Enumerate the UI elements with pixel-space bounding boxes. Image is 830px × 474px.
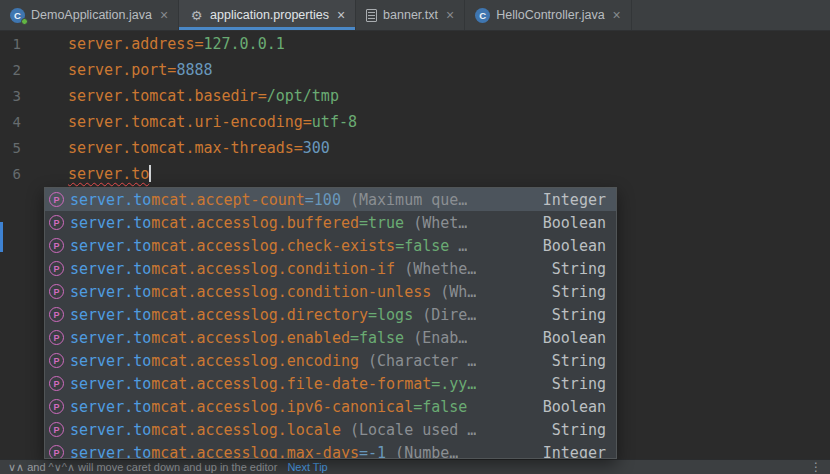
completion-type: String — [544, 260, 606, 278]
completion-type: String — [544, 375, 606, 393]
completion-key-rest: mcat.accesslog.max-days — [151, 444, 359, 460]
property-icon: P — [49, 238, 64, 253]
line-number: 4 — [0, 109, 33, 135]
completion-matched-prefix: server.to — [70, 375, 151, 393]
completion-key-rest: mcat.accesslog.encoding — [151, 352, 359, 370]
completion-key-rest: mcat.accesslog.directory — [151, 306, 368, 324]
completion-text: server.tomcat.accesslog.condition-unless… — [70, 283, 476, 301]
property-icon: P — [49, 215, 64, 230]
property-icon: P — [49, 445, 64, 459]
code-line[interactable]: 5server.tomcat.max-threads=300 — [0, 135, 830, 161]
completion-item[interactable]: Pserver.tomcat.accesslog.encoding (Chara… — [45, 349, 616, 372]
completion-key-rest: mcat.accesslog.condition-unless — [151, 283, 431, 301]
completion-description: (Numbe… — [386, 444, 458, 460]
completion-key-rest: mcat.accesslog.enabled — [151, 329, 350, 347]
completion-matched-prefix: server.to — [70, 283, 151, 301]
property-icon: P — [49, 353, 64, 368]
completion-default-value: =.yy… — [431, 375, 476, 393]
completion-matched-prefix: server.to — [70, 329, 151, 347]
property-key: server.tomcat.basedir= — [68, 87, 267, 105]
property-key: server.tomcat.max-threads= — [68, 139, 303, 157]
completion-default-value: =true — [359, 214, 404, 232]
line-number: 2 — [0, 57, 33, 83]
completion-item[interactable]: Pserver.tomcat.accept-count=100 (Maximum… — [45, 188, 616, 211]
completion-item[interactable]: Pserver.tomcat.accesslog.condition-if (W… — [45, 257, 616, 280]
completion-default-value: =-1 — [359, 444, 386, 460]
property-value: 300 — [303, 139, 330, 157]
line-content: server.to — [68, 161, 151, 187]
ide-window: CDemoApplication.java×⚙application.prope… — [0, 0, 830, 474]
code-line[interactable]: 1server.address=127.0.0.1 — [0, 31, 830, 57]
completion-default-value: =false — [413, 398, 467, 416]
text-file-icon — [366, 9, 377, 22]
line-number: 6 — [0, 161, 33, 187]
tab-close-icon[interactable]: × — [337, 8, 345, 22]
properties-file-icon: ⚙ — [189, 8, 204, 23]
property-key: server.to — [68, 165, 149, 183]
property-key: server.address= — [68, 35, 203, 53]
completion-matched-prefix: server.to — [70, 444, 151, 460]
tab-banner-txt[interactable]: banner.txt× — [356, 0, 465, 30]
completion-matched-prefix: server.to — [70, 306, 151, 324]
code-line[interactable]: 2server.port=8888 — [0, 57, 830, 83]
more-options-icon[interactable]: ⋮ — [810, 460, 822, 474]
property-value: 127.0.0.1 — [203, 35, 284, 53]
next-tip-link[interactable]: Next Tip — [287, 461, 327, 473]
tab-label: application.properties — [210, 8, 329, 22]
gutter-selection-marker — [0, 222, 3, 252]
property-icon: P — [49, 284, 64, 299]
completion-text: server.tomcat.accept-count=100 (Maximum … — [70, 191, 467, 209]
line-content: server.tomcat.basedir=/opt/tmp — [68, 83, 339, 109]
tab-label: DemoApplication.java — [31, 8, 152, 22]
completion-default-value: =logs — [368, 306, 413, 324]
completion-key-rest: mcat.accesslog.check-exists — [151, 237, 395, 255]
completion-type: Boolean — [535, 214, 606, 232]
completion-type: Boolean — [535, 237, 606, 255]
completion-item[interactable]: Pserver.tomcat.accesslog.check-exists=fa… — [45, 234, 616, 257]
tab-hellocontroller-java[interactable]: CHelloController.java× — [465, 0, 632, 30]
completion-item[interactable]: Pserver.tomcat.accesslog.ipv6-canonical=… — [45, 395, 616, 418]
completion-description: (Locale used … — [341, 421, 476, 439]
code-line[interactable]: 3server.tomcat.basedir=/opt/tmp — [0, 83, 830, 109]
completion-matched-prefix: server.to — [70, 214, 151, 232]
completion-matched-prefix: server.to — [70, 237, 151, 255]
java-class-icon: C — [475, 8, 490, 23]
tab-close-icon[interactable]: × — [160, 8, 168, 22]
completion-item[interactable]: Pserver.tomcat.accesslog.locale (Locale … — [45, 418, 616, 441]
tab-close-icon[interactable]: × — [613, 8, 621, 22]
completion-description: (Character … — [359, 352, 476, 370]
completion-default-value: =false — [350, 329, 404, 347]
spring-boot-class-icon: C — [10, 8, 25, 23]
code-line[interactable]: 6server.to — [0, 161, 830, 187]
completion-item[interactable]: Pserver.tomcat.accesslog.condition-unles… — [45, 280, 616, 303]
property-icon: P — [49, 261, 64, 276]
line-content: server.port=8888 — [68, 57, 213, 83]
completion-item[interactable]: Pserver.tomcat.accesslog.max-days=-1 (Nu… — [45, 441, 616, 459]
completion-description: (Whet… — [404, 214, 467, 232]
completion-default-value: =100 — [305, 191, 341, 209]
completion-text: server.tomcat.accesslog.ipv6-canonical=f… — [70, 398, 467, 416]
editor-lines: 1server.address=127.0.0.12server.port=88… — [0, 31, 830, 187]
property-icon: P — [49, 399, 64, 414]
completion-item[interactable]: Pserver.tomcat.accesslog.file-date-forma… — [45, 372, 616, 395]
completion-item[interactable]: Pserver.tomcat.accesslog.buffered=true (… — [45, 211, 616, 234]
code-line[interactable]: 4server.tomcat.uri-encoding=utf-8 — [0, 109, 830, 135]
line-content: server.address=127.0.0.1 — [68, 31, 285, 57]
completion-type: Integer — [535, 444, 606, 460]
line-content: server.tomcat.max-threads=300 — [68, 135, 330, 161]
line-number: 3 — [0, 83, 33, 109]
completion-matched-prefix: server.to — [70, 398, 151, 416]
completion-key-rest: mcat.accesslog.file-date-format — [151, 375, 431, 393]
tab-bar: CDemoApplication.java×⚙application.prope… — [0, 0, 830, 31]
tab-application-properties[interactable]: ⚙application.properties× — [179, 0, 356, 30]
tab-demoapplication-java[interactable]: CDemoApplication.java× — [0, 0, 179, 30]
property-value: utf-8 — [312, 113, 357, 131]
completion-key-rest: mcat.accept-count — [151, 191, 305, 209]
completion-item[interactable]: Pserver.tomcat.accesslog.directory=logs … — [45, 303, 616, 326]
completion-type: String — [544, 283, 606, 301]
tab-close-icon[interactable]: × — [446, 8, 454, 22]
completion-type: Integer — [535, 191, 606, 209]
property-key: server.tomcat.uri-encoding= — [68, 113, 312, 131]
completion-key-rest: mcat.accesslog.buffered — [151, 214, 359, 232]
completion-item[interactable]: Pserver.tomcat.accesslog.enabled=false (… — [45, 326, 616, 349]
